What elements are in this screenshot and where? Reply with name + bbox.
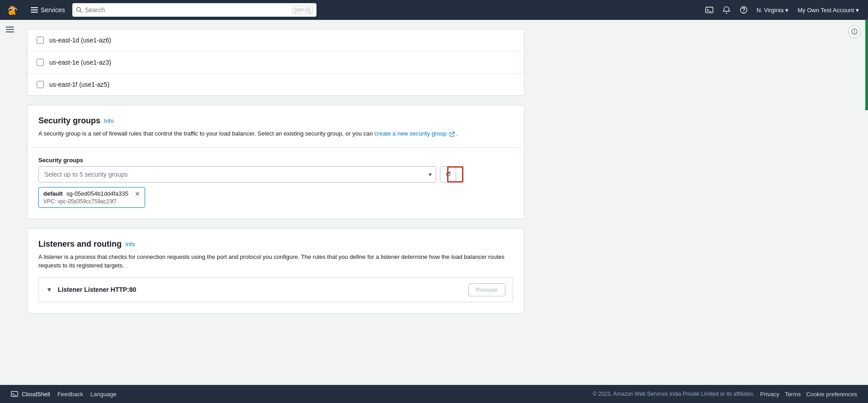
tag-remove-button[interactable]: ✕ <box>135 190 140 197</box>
availability-zones-section: us-east-1d (use1-az6) us-east-1e (use1-a… <box>27 29 524 96</box>
external-link-icon <box>449 131 455 137</box>
tag-top-row: default sg-05ed054b1dd4fa335 ✕ <box>43 190 140 197</box>
az-label-1d: us-east-1d (use1-az6) <box>49 37 111 44</box>
aws-logo[interactable] <box>5 2 22 18</box>
security-groups-heading: Security groups <box>38 116 100 126</box>
main-content: us-east-1d (use1-az6) us-east-1e (use1-a… <box>0 20 868 385</box>
az-checkbox-1d[interactable] <box>37 37 44 44</box>
search-input[interactable] <box>85 6 289 14</box>
tag-vpc: VPC: vpc-05d359cc759ac23f7 <box>43 198 140 205</box>
az-checkbox-1f[interactable] <box>37 81 44 88</box>
svg-rect-0 <box>31 7 38 8</box>
create-security-group-link[interactable]: create a new security group <box>374 130 456 137</box>
listeners-info-link[interactable]: Info <box>125 241 135 248</box>
security-groups-select-wrapper: Select up to 5 security groups ▾ <box>38 166 436 183</box>
account-menu[interactable]: My Own Test Account ▾ <box>794 5 863 15</box>
top-navigation: Services [Alt+S] <box>0 0 868 20</box>
az-item-1f: us-east-1f (use1-az5) <box>28 74 524 95</box>
refresh-icon: ↺ <box>445 170 451 178</box>
sidebar-toggle[interactable] <box>0 20 20 39</box>
svg-line-4 <box>80 11 82 13</box>
account-chevron-icon: ▾ <box>856 7 859 14</box>
security-groups-field-label: Security groups <box>38 157 513 164</box>
cloudshell-icon-btn[interactable] <box>702 4 717 16</box>
notifications-icon-btn[interactable] <box>719 4 734 16</box>
svg-rect-11 <box>6 32 14 33</box>
az-label-1e: us-east-1e (use1-az3) <box>49 59 111 66</box>
az-label-1f: us-east-1f (use1-az5) <box>49 81 109 88</box>
listeners-routing-title: Listeners and routing Info <box>38 239 513 249</box>
svg-rect-1 <box>31 9 38 10</box>
search-icon <box>76 7 82 13</box>
refresh-button[interactable]: ↺ <box>440 166 456 183</box>
services-label: Services <box>41 6 65 14</box>
account-label: My Own Test Account <box>797 7 854 14</box>
az-item-1e: us-east-1e (use1-az3) <box>28 52 524 74</box>
security-groups-panel: Security groups Info A security group is… <box>27 105 524 219</box>
svg-rect-9 <box>6 27 14 28</box>
security-groups-info-link[interactable]: Info <box>104 117 114 124</box>
help-icon-btn[interactable] <box>736 4 751 16</box>
remove-listener-button[interactable]: Remove <box>468 283 505 296</box>
tag-name: default <box>43 190 63 197</box>
section-divider <box>28 147 524 148</box>
listeners-description: A listener is a process that checks for … <box>38 253 513 270</box>
listeners-routing-panel: Listeners and routing Info A listener is… <box>27 228 524 314</box>
svg-rect-2 <box>31 12 38 13</box>
az-checkbox-1e[interactable] <box>37 59 44 66</box>
region-selector[interactable]: N. Virginia ▾ <box>753 5 793 15</box>
selected-security-groups: default sg-05ed054b1dd4fa335 ✕ VPC: vpc-… <box>38 187 513 208</box>
region-chevron-icon: ▾ <box>785 7 788 14</box>
az-item-1d: us-east-1d (use1-az6) <box>28 29 524 52</box>
listener-protocol-label: Listener HTTP:80 <box>84 286 136 293</box>
page-info-button[interactable] <box>848 25 861 38</box>
listener-http-80: ▼ Listener Listener HTTP:80 Remove <box>38 277 513 302</box>
security-groups-description: A security group is a set of firewall ru… <box>38 129 513 138</box>
security-groups-select-row: Select up to 5 security groups ▾ ↺ <box>38 166 513 183</box>
svg-point-8 <box>743 12 744 13</box>
security-group-tag: default sg-05ed054b1dd4fa335 ✕ VPC: vpc-… <box>38 187 145 208</box>
nav-right-controls: N. Virginia ▾ My Own Test Account ▾ <box>702 4 863 16</box>
svg-point-14 <box>854 30 854 31</box>
listener-label: Listener Listener HTTP:80 <box>58 286 137 293</box>
listener-chevron-icon[interactable]: ▼ <box>46 286 52 293</box>
tag-id: sg-05ed054b1dd4fa335 <box>66 190 128 197</box>
security-groups-dropdown[interactable]: Select up to 5 security groups <box>38 166 436 183</box>
search-shortcut: [Alt+S] <box>292 6 313 14</box>
search-bar[interactable]: [Alt+S] <box>72 3 316 17</box>
region-label: N. Virginia <box>757 7 784 14</box>
services-menu[interactable]: Services <box>27 5 69 15</box>
svg-rect-10 <box>6 29 14 30</box>
listener-label-text: Listener <box>58 286 84 293</box>
right-sidebar-handle[interactable] <box>865 20 868 110</box>
svg-rect-5 <box>705 7 712 13</box>
listeners-routing-heading: Listeners and routing <box>38 239 122 249</box>
security-groups-title: Security groups Info <box>38 116 513 126</box>
